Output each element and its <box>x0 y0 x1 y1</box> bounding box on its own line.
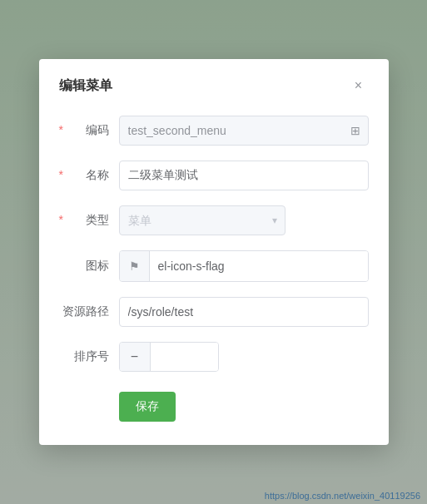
resource-path-field-wrapper <box>119 297 369 327</box>
dialog-header: 编辑菜单 × <box>59 76 369 96</box>
type-row: 类型 菜单 菜单按钮 ▾ <box>59 205 369 235</box>
code-label: 编码 <box>59 123 119 138</box>
sort-order-input[interactable] <box>150 343 219 371</box>
sort-order-field-wrapper: − + <box>119 342 369 372</box>
icon-text-input[interactable] <box>150 251 368 281</box>
icon-preview-button[interactable]: ⚑ <box>120 251 150 281</box>
icon-field-wrapper: ⚑ <box>119 250 369 282</box>
type-label: 类型 <box>59 213 119 228</box>
flag-icon: ⚑ <box>129 259 140 273</box>
save-button[interactable]: 保存 <box>119 392 176 422</box>
icon-picker: ⚑ <box>119 250 369 282</box>
decrement-button[interactable]: − <box>120 342 150 372</box>
code-input-wrapper: ⊞ <box>119 116 369 146</box>
sort-order-row: 排序号 − + <box>59 342 369 372</box>
name-input[interactable] <box>119 161 369 190</box>
code-input[interactable] <box>119 116 369 146</box>
icon-label: 图标 <box>59 259 119 274</box>
close-button[interactable]: × <box>349 76 369 96</box>
resource-path-input[interactable] <box>119 297 369 327</box>
name-row: 名称 <box>59 161 369 190</box>
dialog: 编辑菜单 × 编码 ⊞ 名称 类型 <box>39 59 389 445</box>
type-select[interactable]: 菜单 菜单按钮 <box>119 205 285 235</box>
id-card-icon: ⊞ <box>350 124 360 137</box>
sort-order-label: 排序号 <box>59 349 119 364</box>
code-row: 编码 ⊞ <box>59 116 369 146</box>
name-field-wrapper <box>119 161 369 190</box>
icon-row: 图标 ⚑ <box>59 250 369 282</box>
type-select-wrapper: 菜单 菜单按钮 ▾ <box>119 205 285 235</box>
resource-path-row: 资源路径 <box>59 297 369 327</box>
resource-path-label: 资源路径 <box>59 304 119 319</box>
dialog-title: 编辑菜单 <box>59 77 112 95</box>
modal-overlay: 编辑菜单 × 编码 ⊞ 名称 类型 <box>0 0 427 504</box>
sort-order-stepper: − + <box>119 342 219 372</box>
code-field-wrapper: ⊞ <box>119 116 369 146</box>
name-label: 名称 <box>59 168 119 183</box>
type-field-wrapper: 菜单 菜单按钮 ▾ <box>119 205 369 235</box>
